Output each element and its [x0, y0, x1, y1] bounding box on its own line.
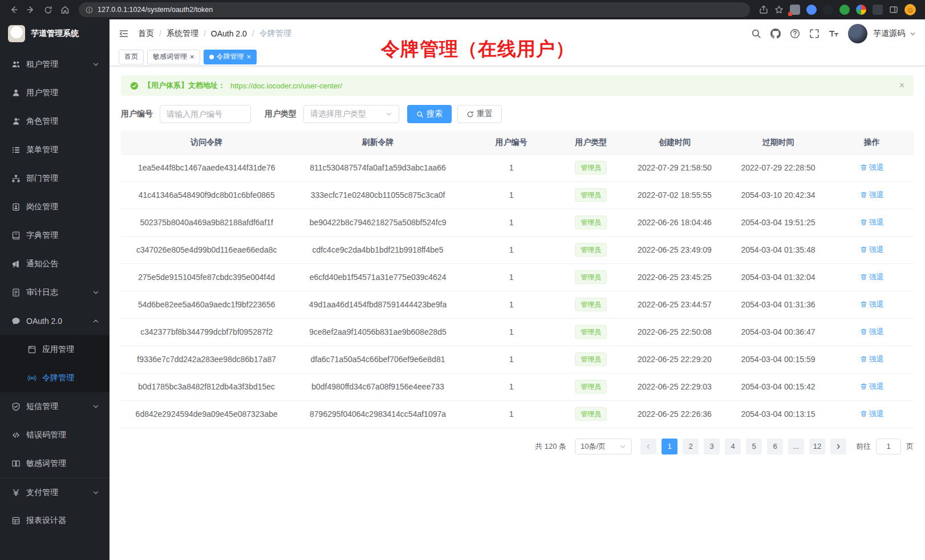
app-logo[interactable]: 芋道管理系统 [0, 19, 109, 48]
browser-profile-avatar[interactable]: ☺ [904, 4, 916, 15]
browser-back-icon[interactable] [6, 2, 22, 18]
sidebar-item-label: 角色管理 [26, 116, 99, 127]
user-avatar[interactable] [848, 24, 867, 43]
sidebar-item-label: 支付管理 [26, 488, 92, 498]
collapse-sidebar-icon[interactable] [119, 29, 129, 39]
sidebar-item-6[interactable]: 字典管理 [0, 221, 109, 250]
sidebar-item-11[interactable]: 令牌管理 [0, 364, 109, 392]
goto-page-input[interactable] [876, 439, 901, 455]
user-id-input[interactable] [160, 105, 251, 123]
chevron-down-icon[interactable] [910, 31, 916, 37]
tab-2[interactable]: 令牌管理× [204, 50, 257, 64]
page-size-select[interactable]: 10条/页 [575, 439, 632, 455]
close-tab-icon[interactable]: × [190, 53, 194, 60]
force-logout-button[interactable]: 强退 [860, 163, 884, 173]
search-icon[interactable] [751, 29, 761, 39]
sidebar-item-16[interactable]: 报表设计器 [0, 506, 109, 535]
close-tab-icon[interactable]: × [247, 53, 251, 60]
refresh-token-cell: cdfc4ce9c2da4bb1bdf21b9918ff4be5 [292, 236, 463, 263]
sidebar-item-9[interactable]: OAuth 2.0 [0, 307, 109, 335]
sidebar-item-13[interactable]: 错误码管理 [0, 421, 109, 449]
breadcrumb-item-2[interactable]: OAuth 2.0 [211, 29, 247, 38]
doc-link[interactable]: https://doc.iocoder.cn/user-center/ [230, 82, 342, 90]
sidebar-item-4[interactable]: 部门管理 [0, 164, 109, 193]
search-button[interactable]: 搜索 [407, 105, 452, 123]
user-type-select[interactable]: 请选择用户类型 [303, 105, 399, 123]
errcode-icon [11, 431, 21, 440]
extension-icon-5[interactable] [856, 5, 866, 15]
force-logout-button[interactable]: 强退 [860, 245, 884, 255]
pagination-page-1[interactable]: 1 [662, 439, 677, 455]
tab-1[interactable]: 敏感词管理× [147, 50, 200, 64]
pagination-page-4[interactable]: 4 [725, 439, 741, 455]
sidebar-item-2[interactable]: 角色管理 [0, 107, 109, 136]
url-text: 127.0.0.1:1024/system/oauth2/token [98, 6, 213, 14]
bookmark-star-icon[interactable] [774, 5, 784, 14]
extension-icon-4[interactable] [839, 5, 850, 15]
breadcrumb-separator: / [204, 29, 206, 38]
access-token-cell: f9336e7c7dd242a283ee98dc86b17a87 [121, 346, 292, 373]
table-row: 41c41346a548490f9dc8b01c6bfe0865333ecfc7… [121, 181, 914, 209]
force-logout-button[interactable]: 强退 [860, 409, 884, 419]
sidebar-item-1[interactable]: 用户管理 [0, 79, 109, 107]
sidebar-item-15[interactable]: 支付管理 [0, 478, 109, 506]
tab-0[interactable]: 首页 [119, 50, 144, 64]
breadcrumb-item-1[interactable]: 系统管理 [167, 29, 198, 39]
table-row: c342377bf8b344799dcbf7bf095287f29ce8ef2a… [121, 318, 914, 346]
pagination-next-button[interactable] [830, 439, 846, 455]
breadcrumb-separator: / [252, 29, 254, 38]
extension-icon-2[interactable] [806, 5, 817, 15]
pagination-page-3[interactable]: 3 [704, 439, 720, 455]
pagination-page-2[interactable]: 2 [683, 439, 699, 455]
reset-button[interactable]: 重置 [457, 105, 502, 123]
sidebar-item-10[interactable]: 应用管理 [0, 335, 109, 364]
pagination-page-5[interactable]: 5 [746, 439, 762, 455]
sidebar-item-14[interactable]: 敏感词管理 [0, 449, 109, 478]
pagination-page-12[interactable]: 12 [809, 439, 825, 455]
doc-alert: 【用户体系】文档地址： https://doc.iocoder.cn/user-… [121, 75, 914, 96]
sidebar-item-12[interactable]: 短信管理 [0, 392, 109, 421]
browser-reload-icon[interactable] [40, 2, 56, 18]
sidebar-item-7[interactable]: 通知公告 [0, 250, 109, 278]
sidebar-item-3[interactable]: 菜单管理 [0, 136, 109, 164]
force-logout-button[interactable]: 强退 [860, 299, 884, 310]
sidebar-item-5[interactable]: 岗位管理 [0, 193, 109, 221]
pagination-prev-button[interactable] [640, 439, 656, 455]
address-bar[interactable]: 127.0.0.1:1024/system/oauth2/token [79, 2, 750, 17]
browser-home-icon[interactable] [57, 2, 73, 18]
column-header: 操作 [830, 131, 914, 154]
tenant-icon [11, 60, 21, 69]
app-title: 芋道管理系统 [31, 29, 79, 39]
username[interactable]: 芋道源码 [873, 29, 905, 39]
force-logout-button[interactable]: 强退 [860, 217, 884, 228]
force-logout-button[interactable]: 强退 [860, 382, 884, 392]
force-logout-button[interactable]: 强退 [860, 354, 884, 364]
browser-forward-icon[interactable] [23, 2, 39, 18]
extension-icon-3[interactable] [823, 5, 833, 15]
extension-icon-6[interactable] [873, 5, 883, 15]
expire-time-cell: 2054-03-04 01:35:48 [727, 236, 830, 263]
force-logout-button[interactable]: 强退 [860, 272, 884, 282]
access-token-cell: 275e5de9151045fe87cbdc395e004f4d [121, 263, 292, 291]
force-logout-button[interactable]: 强退 [860, 190, 884, 200]
extension-icon-1[interactable] [790, 5, 800, 15]
logo-avatar [8, 25, 25, 42]
share-icon[interactable] [759, 5, 768, 14]
pagination-page-6[interactable]: 6 [767, 439, 783, 455]
sidebar-item-0[interactable]: 租户管理 [0, 50, 109, 79]
side-panel-icon[interactable] [889, 5, 898, 14]
github-icon[interactable] [770, 29, 781, 39]
sidebar-item-8[interactable]: 审计日志 [0, 278, 109, 307]
site-info-icon[interactable] [86, 6, 93, 14]
user-id-cell: 1 [464, 263, 559, 291]
breadcrumb-item-0[interactable]: 首页 [138, 29, 154, 39]
column-header: 访问令牌 [121, 131, 292, 154]
help-icon[interactable] [790, 29, 800, 39]
pagination-more-button[interactable]: ... [788, 439, 804, 455]
tags-view: 首页敏感词管理×令牌管理× [109, 48, 925, 66]
font-size-icon[interactable] [829, 29, 839, 39]
force-logout-button[interactable]: 强退 [860, 327, 884, 337]
fullscreen-icon[interactable] [809, 29, 819, 39]
alert-close-icon[interactable]: × [899, 80, 904, 91]
oauth-icon [11, 316, 21, 326]
